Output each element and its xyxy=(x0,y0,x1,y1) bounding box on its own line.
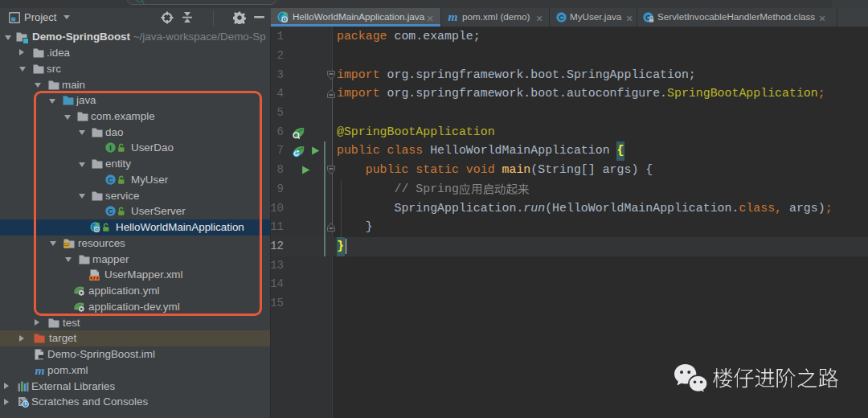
svg-text:m: m xyxy=(448,11,457,23)
svg-text:C: C xyxy=(559,14,564,22)
svg-text:m: m xyxy=(35,365,44,377)
